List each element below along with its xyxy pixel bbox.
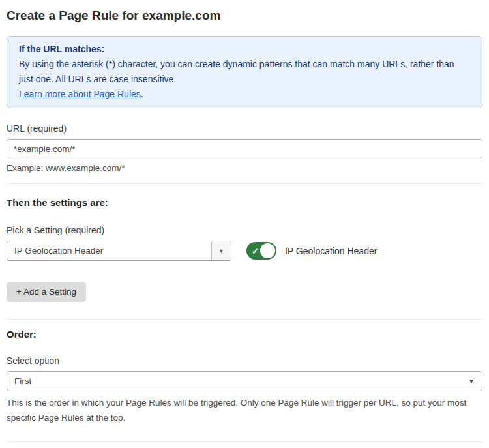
divider	[7, 183, 482, 184]
url-field-label: URL (required)	[7, 123, 482, 134]
link-period: .	[141, 89, 143, 99]
toggle-knob	[260, 243, 275, 258]
setting-picker-dropdown[interactable]: IP Geolocation Header ▼	[7, 241, 231, 261]
setting-picker-value: IP Geolocation Header	[7, 241, 211, 260]
divider	[7, 441, 482, 442]
setting-picker-label: Pick a Setting (required)	[7, 224, 482, 236]
settings-section-heading: Then the settings are:	[7, 196, 482, 209]
page-title: Create a Page Rule for example.com	[7, 0, 482, 23]
setting-row: IP Geolocation Header ▼ ✓ IP Geolocation…	[7, 241, 482, 261]
order-helper-text: This is the order in which your Page Rul…	[7, 395, 480, 425]
url-example-helper: Example: www.example.com/*	[7, 162, 482, 173]
order-select-label: Select option	[7, 355, 482, 366]
divider	[7, 319, 482, 320]
learn-more-link[interactable]: Learn more about Page Rules	[19, 89, 141, 99]
ip-geolocation-toggle[interactable]: ✓	[246, 242, 276, 260]
info-box-heading: If the URL matches:	[19, 42, 470, 57]
chevron-down-icon: ▼	[468, 378, 475, 385]
order-section-heading: Order:	[7, 328, 482, 340]
page-rule-form: Create a Page Rule for example.com If th…	[0, 0, 489, 448]
add-setting-button[interactable]: + Add a Setting	[7, 282, 86, 302]
order-select-dropdown[interactable]: First ▼	[7, 371, 482, 391]
info-box-link-line: Learn more about Page Rules.	[19, 87, 470, 102]
order-select-value: First	[14, 376, 31, 386]
info-box-body: By using the asterisk (*) character, you…	[19, 57, 470, 87]
url-match-info-box: If the URL matches: By using the asteris…	[7, 36, 482, 108]
check-icon: ✓	[252, 246, 259, 256]
url-input[interactable]	[7, 139, 482, 158]
chevron-down-icon[interactable]: ▼	[211, 241, 231, 260]
toggle-label: IP Geolocation Header	[285, 246, 377, 256]
